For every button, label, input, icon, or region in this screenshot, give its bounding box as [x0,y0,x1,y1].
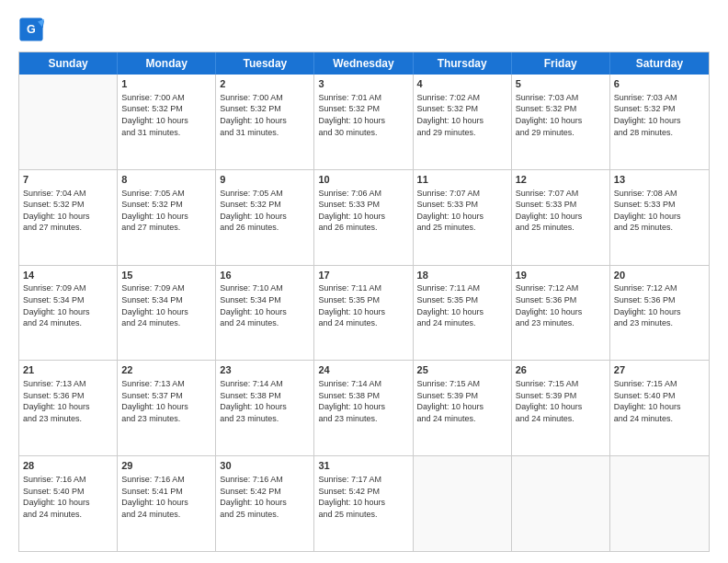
cell-info: Sunrise: 7:08 AMSunset: 5:33 PMDaylight:… [614,188,705,234]
day-number: 22 [121,363,211,377]
day-number: 19 [516,269,606,282]
day-number: 16 [220,269,310,282]
header-day-monday: Monday [118,52,216,75]
day-number: 24 [318,363,408,377]
day-number: 20 [614,269,705,282]
table-row: 22Sunrise: 7:13 AMSunset: 5:37 PMDayligh… [118,361,216,455]
header-day-saturday: Saturday [610,52,709,75]
table-row: 26Sunrise: 7:15 AMSunset: 5:39 PMDayligh… [512,361,610,455]
day-number: 23 [220,363,310,377]
day-number: 5 [516,77,606,91]
table-row: 13Sunrise: 7:08 AMSunset: 5:33 PMDayligh… [610,170,709,265]
day-number: 14 [23,269,113,282]
day-number: 29 [121,459,211,473]
header-day-tuesday: Tuesday [216,52,314,75]
cell-info: Sunrise: 7:13 AMSunset: 5:37 PMDaylight:… [121,378,211,424]
table-row: 5Sunrise: 7:03 AMSunset: 5:32 PMDaylight… [512,75,610,169]
calendar-row-1: 7Sunrise: 7:04 AMSunset: 5:32 PMDaylight… [19,169,709,265]
header-day-sunday: Sunday [19,52,118,75]
logo: G [18,17,46,42]
header-day-thursday: Thursday [414,52,512,75]
cell-info: Sunrise: 7:02 AMSunset: 5:32 PMDaylight:… [417,92,507,138]
day-number: 9 [220,173,310,187]
table-row: 4Sunrise: 7:02 AMSunset: 5:32 PMDaylight… [414,75,512,169]
cell-info: Sunrise: 7:11 AMSunset: 5:35 PMDaylight:… [417,282,507,328]
cell-info: Sunrise: 7:14 AMSunset: 5:38 PMDaylight:… [318,378,408,424]
cell-info: Sunrise: 7:11 AMSunset: 5:35 PMDaylight:… [318,282,408,328]
cell-info: Sunrise: 7:16 AMSunset: 5:42 PMDaylight:… [220,474,310,520]
table-row [19,75,118,169]
table-row: 30Sunrise: 7:16 AMSunset: 5:42 PMDayligh… [216,456,314,551]
cell-info: Sunrise: 7:15 AMSunset: 5:39 PMDaylight:… [516,378,606,424]
table-row: 31Sunrise: 7:17 AMSunset: 5:42 PMDayligh… [314,456,413,551]
cell-info: Sunrise: 7:07 AMSunset: 5:33 PMDaylight:… [516,188,606,234]
day-number: 2 [220,77,310,91]
day-number: 15 [121,269,211,282]
day-number: 3 [318,77,408,91]
cell-info: Sunrise: 7:12 AMSunset: 5:36 PMDaylight:… [516,282,606,328]
cell-info: Sunrise: 7:09 AMSunset: 5:34 PMDaylight:… [121,282,211,328]
table-row: 10Sunrise: 7:06 AMSunset: 5:33 PMDayligh… [314,170,413,265]
table-row: 12Sunrise: 7:07 AMSunset: 5:33 PMDayligh… [512,170,610,265]
table-row: 11Sunrise: 7:07 AMSunset: 5:33 PMDayligh… [414,170,512,265]
table-row: 25Sunrise: 7:15 AMSunset: 5:39 PMDayligh… [414,361,512,455]
cell-info: Sunrise: 7:10 AMSunset: 5:34 PMDaylight:… [220,282,310,328]
table-row: 6Sunrise: 7:03 AMSunset: 5:32 PMDaylight… [610,75,709,169]
day-number: 12 [516,173,606,187]
day-number: 18 [417,269,507,282]
cell-info: Sunrise: 7:04 AMSunset: 5:32 PMDaylight:… [23,188,113,234]
cell-info: Sunrise: 7:13 AMSunset: 5:36 PMDaylight:… [23,378,113,424]
day-number: 17 [318,269,408,282]
header: G [18,17,710,42]
table-row: 23Sunrise: 7:14 AMSunset: 5:38 PMDayligh… [216,361,314,455]
cell-info: Sunrise: 7:03 AMSunset: 5:32 PMDaylight:… [516,92,606,138]
table-row: 3Sunrise: 7:01 AMSunset: 5:32 PMDaylight… [314,75,413,169]
header-day-friday: Friday [512,52,610,75]
svg-text:G: G [27,23,36,36]
day-number: 7 [23,173,113,187]
day-number: 10 [318,173,408,187]
cell-info: Sunrise: 7:07 AMSunset: 5:33 PMDaylight:… [417,188,507,234]
table-row: 15Sunrise: 7:09 AMSunset: 5:34 PMDayligh… [118,266,216,361]
table-row: 14Sunrise: 7:09 AMSunset: 5:34 PMDayligh… [19,266,118,361]
calendar-row-4: 28Sunrise: 7:16 AMSunset: 5:40 PMDayligh… [19,455,709,551]
table-row: 27Sunrise: 7:15 AMSunset: 5:40 PMDayligh… [610,361,709,455]
calendar-row-2: 14Sunrise: 7:09 AMSunset: 5:34 PMDayligh… [19,265,709,361]
page: G SundayMondayTuesdayWednesdayThursdayFr… [0,0,728,563]
cell-info: Sunrise: 7:06 AMSunset: 5:33 PMDaylight:… [318,188,408,234]
table-row: 7Sunrise: 7:04 AMSunset: 5:32 PMDaylight… [19,170,118,265]
table-row: 21Sunrise: 7:13 AMSunset: 5:36 PMDayligh… [19,361,118,455]
cell-info: Sunrise: 7:16 AMSunset: 5:41 PMDaylight:… [121,474,211,520]
table-row: 1Sunrise: 7:00 AMSunset: 5:32 PMDaylight… [118,75,216,169]
day-number: 26 [516,363,606,377]
day-number: 28 [23,459,113,473]
day-number: 1 [121,77,211,91]
day-number: 21 [23,363,113,377]
table-row: 8Sunrise: 7:05 AMSunset: 5:32 PMDaylight… [118,170,216,265]
day-number: 4 [417,77,507,91]
day-number: 30 [220,459,310,473]
day-number: 11 [417,173,507,187]
day-number: 31 [318,459,408,473]
table-row: 17Sunrise: 7:11 AMSunset: 5:35 PMDayligh… [314,266,413,361]
cell-info: Sunrise: 7:14 AMSunset: 5:38 PMDaylight:… [220,378,310,424]
table-row: 2Sunrise: 7:00 AMSunset: 5:32 PMDaylight… [216,75,314,169]
table-row [610,456,709,551]
calendar-header: SundayMondayTuesdayWednesdayThursdayFrid… [19,52,709,75]
calendar-body: 1Sunrise: 7:00 AMSunset: 5:32 PMDaylight… [19,75,709,551]
table-row [414,456,512,551]
header-day-wednesday: Wednesday [314,52,413,75]
cell-info: Sunrise: 7:00 AMSunset: 5:32 PMDaylight:… [121,92,211,138]
day-number: 6 [614,77,705,91]
cell-info: Sunrise: 7:05 AMSunset: 5:32 PMDaylight:… [121,188,211,234]
table-row: 9Sunrise: 7:05 AMSunset: 5:32 PMDaylight… [216,170,314,265]
cell-info: Sunrise: 7:17 AMSunset: 5:42 PMDaylight:… [318,474,408,520]
table-row: 19Sunrise: 7:12 AMSunset: 5:36 PMDayligh… [512,266,610,361]
day-number: 8 [121,173,211,187]
cell-info: Sunrise: 7:16 AMSunset: 5:40 PMDaylight:… [23,474,113,520]
table-row: 16Sunrise: 7:10 AMSunset: 5:34 PMDayligh… [216,266,314,361]
cell-info: Sunrise: 7:00 AMSunset: 5:32 PMDaylight:… [220,92,310,138]
day-number: 13 [614,173,705,187]
calendar-row-3: 21Sunrise: 7:13 AMSunset: 5:36 PMDayligh… [19,360,709,455]
table-row: 29Sunrise: 7:16 AMSunset: 5:41 PMDayligh… [118,456,216,551]
